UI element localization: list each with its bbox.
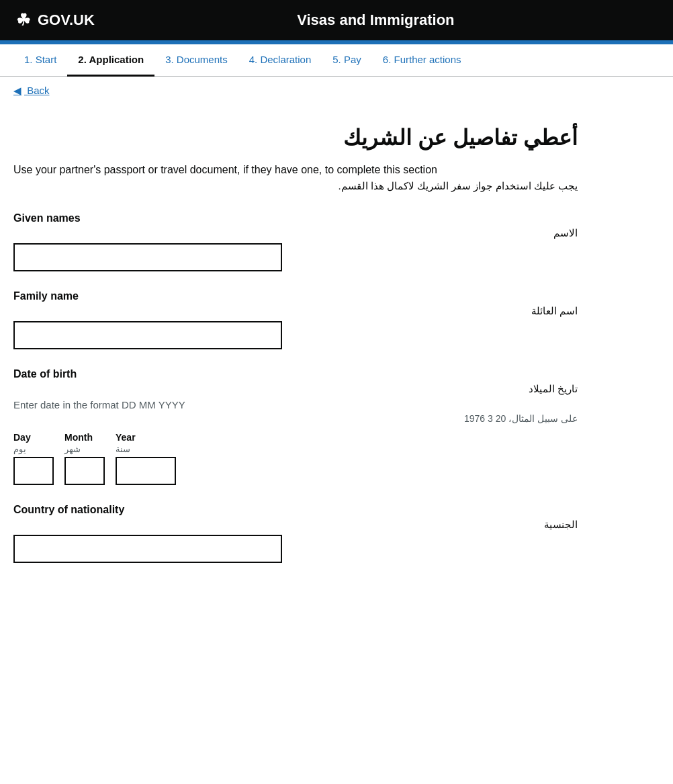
dob-month-input[interactable] xyxy=(64,457,105,485)
tab-application[interactable]: 2. Application xyxy=(67,44,154,77)
given-names-label-en: Given names xyxy=(13,212,591,224)
description-arabic: يجب عليك استخدام جواز سفر الشريك لاكمال … xyxy=(13,180,591,192)
month-field: Month شهر xyxy=(64,432,105,485)
dob-day-input[interactable] xyxy=(13,457,54,485)
tab-documents[interactable]: 3. Documents xyxy=(154,44,238,77)
gov-uk-logo: ☘ GOV.UK xyxy=(16,11,95,30)
tab-further-actions[interactable]: 6. Further actions xyxy=(372,44,472,77)
family-name-label-ar: اسم العائلة xyxy=(13,305,591,317)
day-label-en: Day xyxy=(13,432,31,443)
month-label-ar: شهر xyxy=(64,444,81,454)
family-name-label-en: Family name xyxy=(13,290,591,302)
month-label-en: Month xyxy=(64,432,93,443)
family-name-field-group: Family name اسم العائلة xyxy=(13,290,591,349)
logo-text: GOV.UK xyxy=(38,11,95,29)
tab-start[interactable]: 1. Start xyxy=(13,44,67,77)
year-label-ar: سنة xyxy=(116,444,130,454)
date-of-birth-field-group: Date of birth تاريخ الميلاد Enter date i… xyxy=(13,368,591,485)
progress-nav: 1. Start 2. Application 3. Documents 4. … xyxy=(0,44,673,77)
dob-year-input[interactable] xyxy=(116,457,176,485)
back-link[interactable]: ◀ Back xyxy=(13,85,50,96)
back-arrow-icon: ◀ xyxy=(13,85,21,96)
dob-hint-ar: على سبيل المثال، 20 3 1976 xyxy=(13,413,591,424)
country-label-en: Country of nationality xyxy=(13,504,591,516)
dob-hint-en: Enter date in the format DD MM YYYY xyxy=(13,399,591,410)
tab-pay[interactable]: 5. Pay xyxy=(322,44,372,77)
given-names-field-group: Given names الاسم xyxy=(13,212,591,271)
back-link-container: ◀ Back xyxy=(0,77,673,105)
dob-inputs-container: Day يوم Month شهر Year سنة xyxy=(13,432,591,485)
crown-icon: ☘ xyxy=(16,11,31,30)
main-content-wrapper: أعطي تفاصيل عن الشريك Use your partner's… xyxy=(0,105,673,609)
site-header: ☘ GOV.UK Visas and Immigration xyxy=(0,0,673,40)
country-label-ar: الجنسية xyxy=(13,519,591,531)
family-name-input[interactable] xyxy=(13,321,282,349)
dob-label-en: Date of birth xyxy=(13,368,591,380)
given-names-label-ar: الاسم xyxy=(13,227,591,239)
country-nationality-input[interactable] xyxy=(13,535,282,563)
day-label-ar: يوم xyxy=(13,444,26,454)
description-english: Use your partner's passport or travel do… xyxy=(13,164,484,176)
main-content: أعطي تفاصيل عن الشريك Use your partner's… xyxy=(0,105,604,609)
header-title: Visas and Immigration xyxy=(95,11,657,29)
year-field: Year سنة xyxy=(116,432,176,485)
given-names-input[interactable] xyxy=(13,243,282,271)
back-link-text: Back xyxy=(27,85,49,96)
tab-declaration[interactable]: 4. Declaration xyxy=(238,44,322,77)
day-field: Day يوم xyxy=(13,432,54,485)
dob-label-ar: تاريخ الميلاد xyxy=(13,383,591,395)
page-heading-arabic: أعطي تفاصيل عن الشريك xyxy=(13,125,591,150)
year-label-en: Year xyxy=(116,432,136,443)
country-nationality-field-group: Country of nationality الجنسية xyxy=(13,504,591,563)
